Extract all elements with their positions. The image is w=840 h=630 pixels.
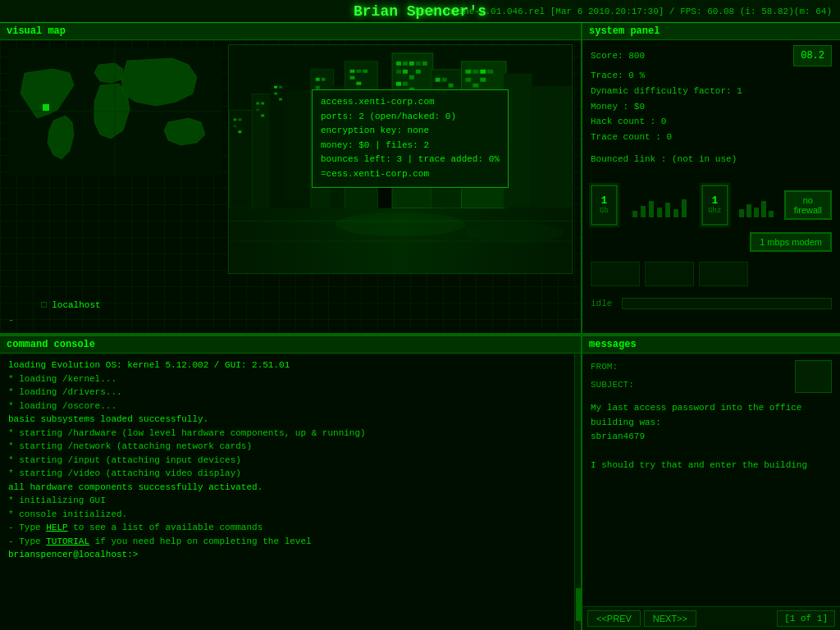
bar7 bbox=[682, 199, 687, 217]
system-panel-header: system panel bbox=[582, 23, 840, 40]
messages-panel: messages FROM: SUBJECT: bbox=[582, 335, 840, 630]
svg-rect-18 bbox=[261, 103, 264, 105]
svg-rect-13 bbox=[233, 118, 236, 121]
svg-rect-20 bbox=[261, 114, 264, 116]
messages-navigation: <<PREV NEXT>> [1 of 1] bbox=[582, 606, 840, 630]
svg-rect-33 bbox=[356, 82, 361, 85]
message-avatar bbox=[795, 360, 832, 393]
subject-row: SUBJECT: bbox=[591, 378, 634, 393]
firewall-button[interactable]: no firewall bbox=[784, 190, 832, 220]
ram-value: 1 bbox=[601, 194, 608, 207]
world-map-svg bbox=[8, 48, 221, 176]
visual-map-panel: visual map bbox=[0, 23, 581, 335]
hw-slot-3 bbox=[699, 262, 748, 286]
svg-rect-43 bbox=[396, 62, 401, 66]
cpu-unit: Ghz bbox=[708, 207, 721, 215]
console-line: brianspencer@localhost:> bbox=[8, 548, 573, 562]
main-layout: visual map bbox=[0, 23, 840, 630]
page-info: [1 of 1] bbox=[777, 610, 835, 627]
cpu-value: 1 bbox=[711, 194, 718, 207]
prev-button[interactable]: <<PREV bbox=[587, 610, 641, 627]
ram-unit: Gb bbox=[600, 207, 609, 215]
ddf-label: Dynamic difficulty factor: 1 bbox=[591, 84, 832, 99]
version-badge: 08.2 bbox=[793, 45, 832, 66]
svg-rect-24 bbox=[279, 98, 282, 101]
scrollbar-thumb[interactable] bbox=[576, 588, 581, 621]
console-line: * loading /kernel... bbox=[8, 372, 573, 386]
svg-rect-8 bbox=[270, 78, 286, 208]
console-line: * loading /oscore... bbox=[8, 399, 573, 413]
modem-section: 1 mbps modem bbox=[582, 226, 840, 258]
svg-rect-52 bbox=[396, 82, 401, 86]
svg-rect-29 bbox=[349, 70, 354, 73]
next-button[interactable]: NEXT>> bbox=[644, 610, 696, 627]
console-line: * starting /video (attaching video displ… bbox=[8, 467, 573, 481]
svg-rect-48 bbox=[396, 70, 401, 74]
from-label: FROM: bbox=[591, 362, 618, 372]
extra-hw-row bbox=[582, 258, 840, 290]
svg-rect-55 bbox=[436, 78, 441, 82]
bar5 bbox=[665, 203, 670, 217]
subject-label: SUBJECT: bbox=[591, 380, 634, 390]
right-panel: system panel Score: 800 08.2 Trace: 0 % … bbox=[582, 23, 840, 630]
score-row: Score: 800 08.2 bbox=[591, 45, 832, 66]
cpu-bars bbox=[739, 193, 774, 217]
header-title: Brian Spencer's bbox=[354, 3, 486, 20]
svg-rect-7 bbox=[252, 94, 272, 208]
svg-rect-51 bbox=[416, 70, 421, 74]
cbar3 bbox=[754, 208, 759, 217]
console-line: all hardware components successfully act… bbox=[8, 481, 573, 495]
cbar4 bbox=[761, 201, 766, 217]
svg-rect-63 bbox=[487, 70, 493, 74]
svg-rect-17 bbox=[256, 103, 259, 105]
svg-rect-46 bbox=[416, 62, 421, 66]
svg-rect-47 bbox=[422, 62, 427, 66]
svg-rect-9 bbox=[285, 90, 313, 208]
svg-rect-23 bbox=[274, 93, 277, 95]
console-line: * loading /drivers... bbox=[8, 386, 573, 399]
svg-rect-3 bbox=[43, 104, 49, 111]
svg-rect-60 bbox=[465, 70, 471, 74]
ram-chip: 1 Gb bbox=[591, 185, 618, 226]
hack-count-label: Hack count : 0 bbox=[591, 114, 832, 130]
bar6 bbox=[673, 209, 678, 217]
messages-header: messages bbox=[582, 335, 840, 354]
svg-rect-66 bbox=[480, 78, 486, 82]
console-line: loading Evolution OS: kernel 5.12.002 / … bbox=[8, 358, 573, 372]
svg-rect-62 bbox=[480, 70, 486, 74]
system-panel-content: Score: 800 08.2 Trace: 0 % Dynamic diffi… bbox=[582, 40, 840, 172]
trace-label: Trace: 0 % bbox=[591, 68, 832, 84]
idle-label: idle bbox=[591, 299, 615, 308]
svg-rect-57 bbox=[449, 84, 454, 88]
hw-slot-2 bbox=[645, 262, 694, 286]
svg-rect-49 bbox=[403, 70, 408, 74]
from-row: FROM: bbox=[591, 360, 634, 375]
svg-point-67 bbox=[336, 212, 466, 237]
svg-rect-6 bbox=[230, 110, 254, 208]
target-tooltip: access.xenti-corp.com ports: 2 (open/hac… bbox=[312, 89, 509, 188]
cpu-chip: 1 Ghz bbox=[701, 185, 728, 226]
svg-rect-22 bbox=[279, 86, 282, 89]
svg-rect-42 bbox=[531, 86, 572, 208]
money-label: Money : $0 bbox=[591, 99, 832, 115]
modem-button[interactable]: 1 mbps modem bbox=[750, 232, 832, 252]
system-panel: system panel Score: 800 08.2 Trace: 0 % … bbox=[582, 23, 840, 335]
svg-rect-31 bbox=[363, 70, 368, 73]
svg-rect-53 bbox=[403, 82, 408, 86]
svg-rect-32 bbox=[349, 76, 354, 80]
cbar1 bbox=[739, 209, 744, 217]
messages-content: FROM: SUBJECT: My last access password i… bbox=[582, 354, 840, 606]
trace-count-label: Trace count : 0 bbox=[591, 130, 832, 145]
svg-rect-14 bbox=[238, 118, 241, 121]
bar1 bbox=[632, 211, 637, 217]
hardware-section: 1 Gb 1 Ghz bbox=[582, 185, 840, 226]
console-scrollbar[interactable] bbox=[574, 354, 581, 630]
bar3 bbox=[649, 201, 654, 217]
cbar2 bbox=[746, 204, 751, 217]
bounced-link-label: Bounced link : (not in use) bbox=[591, 152, 832, 167]
idle-progress-bar bbox=[622, 298, 832, 309]
svg-rect-56 bbox=[442, 78, 447, 82]
map-content: access.xenti-corp.com ports: 2 (open/hac… bbox=[0, 40, 581, 331]
map-bottom-dash: - bbox=[8, 315, 14, 326]
svg-rect-21 bbox=[274, 86, 277, 89]
